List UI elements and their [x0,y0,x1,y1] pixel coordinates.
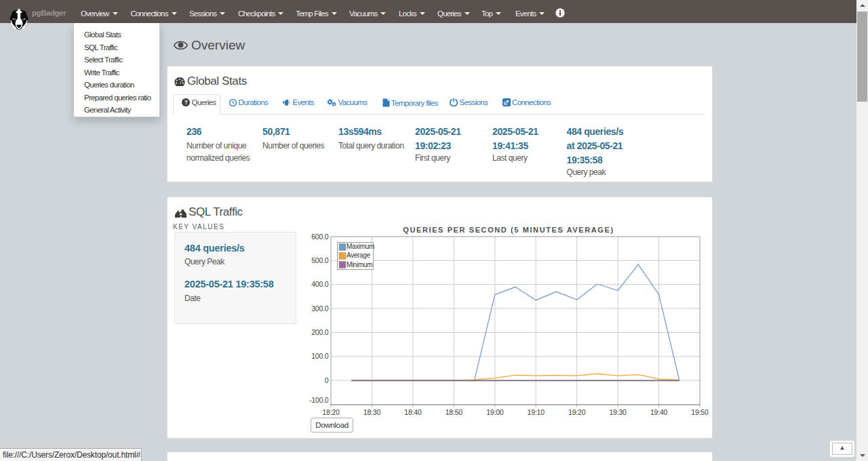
svg-text:18:20: 18:20 [322,408,340,416]
svg-text:19:30: 19:30 [609,408,627,416]
svg-text:QUERIES PER SECOND (5 MINUTES: QUERIES PER SECOND (5 MINUTES AVERAGE) [403,226,614,234]
svg-text:100.0: 100.0 [311,352,329,360]
svg-text:19:20: 19:20 [568,408,586,416]
svg-text:Maximum: Maximum [347,243,374,250]
svg-text:Minimum: Minimum [347,261,372,268]
svg-text:19:40: 19:40 [650,408,668,416]
svg-text:600.0: 600.0 [311,233,329,241]
svg-text:18:50: 18:50 [446,408,463,416]
svg-text:19:10: 19:10 [528,408,545,416]
svg-text:200.0: 200.0 [311,328,329,336]
svg-text:300.0: 300.0 [311,304,329,313]
svg-text:Average: Average [347,252,370,259]
svg-text:18:40: 18:40 [404,408,422,416]
svg-text:18:30: 18:30 [363,408,381,416]
svg-text:-100.0: -100.0 [309,396,329,404]
svg-text:?: ? [184,99,188,106]
svg-text:0: 0 [325,376,329,384]
svg-text:19:00: 19:00 [486,408,504,416]
svg-text:19:50: 19:50 [691,408,709,416]
svg-text:500.0: 500.0 [311,256,329,264]
svg-text:400.0: 400.0 [311,280,329,288]
